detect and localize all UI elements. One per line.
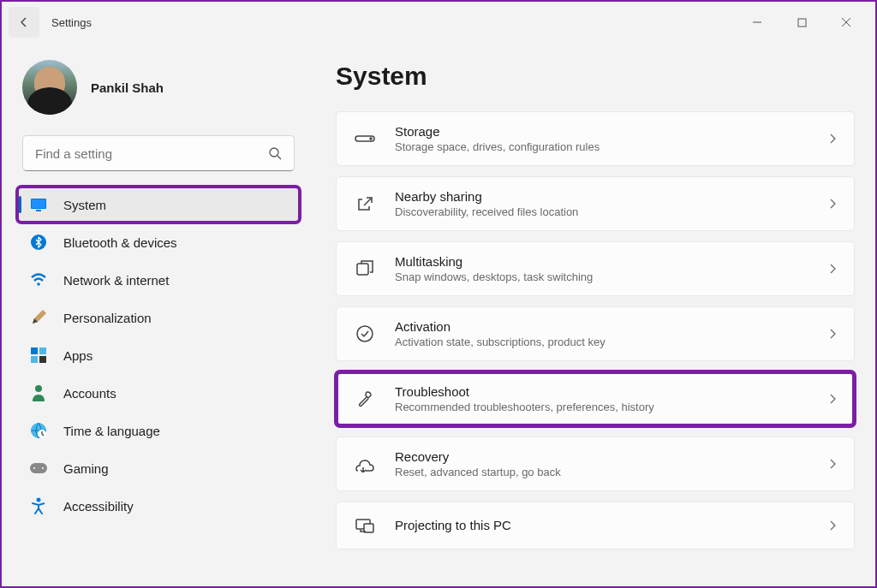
svg-rect-8 [39, 347, 46, 354]
svg-rect-7 [31, 347, 38, 354]
sidebar-item-label: Gaming [63, 461, 109, 476]
card-title: Storage [395, 124, 809, 139]
minimize-button[interactable] [745, 10, 769, 34]
search-field[interactable] [35, 146, 268, 161]
page-title: System [336, 62, 855, 91]
sidebar-item-personalization[interactable]: Personalization [17, 300, 300, 336]
svg-rect-10 [39, 356, 46, 363]
card-subtitle: Snap windows, desktops, task switching [395, 270, 809, 283]
window-controls [745, 10, 868, 34]
chevron-right-icon [828, 392, 837, 406]
settings-list: StorageStorage space, drives, configurat… [336, 111, 855, 549]
card-title: Troubleshoot [395, 384, 809, 399]
svg-rect-9 [31, 356, 38, 363]
person-icon [29, 383, 48, 402]
sidebar-item-gaming[interactable]: Gaming [17, 450, 300, 486]
settings-card-nearby[interactable]: Nearby sharingDiscoverability, received … [336, 176, 855, 231]
sidebar-item-bluetooth[interactable]: Bluetooth & devices [17, 224, 300, 260]
brush-icon [29, 308, 48, 327]
chevron-right-icon [828, 132, 837, 146]
search-input[interactable] [22, 135, 295, 171]
maximize-button[interactable] [790, 10, 814, 34]
main-panel: System StorageStorage space, drives, con… [310, 43, 875, 586]
svg-point-17 [37, 498, 41, 502]
card-subtitle: Storage space, drives, configuration rul… [395, 140, 809, 153]
chevron-right-icon [828, 197, 837, 211]
sidebar-item-label: Accounts [63, 386, 116, 401]
settings-card-storage[interactable]: StorageStorage space, drives, configurat… [336, 111, 855, 166]
svg-rect-3 [32, 199, 45, 208]
svg-point-1 [270, 148, 278, 157]
chevron-right-icon [828, 457, 837, 471]
check-icon [354, 323, 376, 345]
chevron-right-icon [828, 327, 837, 341]
chevron-right-icon [828, 262, 837, 276]
svg-point-11 [35, 385, 42, 392]
card-subtitle: Recommended troubleshooters, preferences… [395, 401, 809, 413]
card-subtitle: Activation state, subscriptions, product… [395, 336, 809, 348]
settings-card-troubleshoot[interactable]: TroubleshootRecommended troubleshooters,… [336, 371, 855, 426]
avatar [22, 60, 77, 115]
user-name: Pankil Shah [91, 80, 164, 95]
svg-point-16 [42, 467, 44, 469]
sidebar-item-time[interactable]: Time & language [17, 413, 300, 448]
sidebar-item-label: Time & language [63, 424, 160, 438]
title-bar: Settings [2, 2, 875, 43]
sidebar: Pankil Shah SystemBluetooth & devicesNet… [2, 43, 310, 586]
project-icon [354, 514, 376, 537]
sidebar-item-label: Accessibility [63, 499, 134, 514]
user-profile[interactable]: Pankil Shah [17, 60, 300, 115]
svg-rect-0 [798, 19, 806, 27]
card-title: Multitasking [395, 254, 809, 269]
card-title: Recovery [395, 449, 809, 464]
settings-card-project[interactable]: Projecting to this PC [336, 502, 855, 549]
storage-icon [354, 128, 376, 150]
wrench-icon [354, 388, 376, 410]
display-icon [29, 195, 48, 214]
svg-point-6 [37, 282, 40, 286]
sidebar-item-system[interactable]: System [17, 187, 300, 223]
sidebar-item-label: System [63, 198, 106, 212]
multitask-icon [354, 258, 376, 280]
card-title: Projecting to this PC [395, 518, 809, 532]
sidebar-item-label: Apps [63, 348, 92, 363]
sidebar-item-apps[interactable]: Apps [17, 337, 300, 373]
bluetooth-icon [29, 233, 48, 252]
globe-icon [29, 421, 48, 440]
settings-card-activation[interactable]: ActivationActivation state, subscription… [336, 306, 855, 361]
svg-rect-20 [357, 264, 368, 275]
sidebar-item-accounts[interactable]: Accounts [17, 375, 300, 411]
svg-point-21 [357, 326, 373, 342]
sidebar-item-label: Network & internet [63, 273, 169, 288]
svg-rect-4 [36, 210, 41, 211]
close-button[interactable] [834, 10, 858, 34]
apps-icon [29, 346, 48, 365]
card-subtitle: Discoverability, received files location [395, 205, 809, 218]
card-title: Activation [395, 319, 809, 334]
chevron-right-icon [828, 519, 837, 532]
sidebar-item-network[interactable]: Network & internet [17, 262, 300, 298]
gamepad-icon [29, 459, 48, 478]
arrow-left-icon [17, 15, 31, 29]
card-title: Nearby sharing [395, 189, 809, 204]
svg-point-19 [370, 138, 372, 140]
recovery-icon [354, 453, 376, 475]
sidebar-item-accessibility[interactable]: Accessibility [17, 488, 300, 524]
share-icon [354, 193, 376, 215]
sidebar-nav: SystemBluetooth & devicesNetwork & inter… [17, 187, 300, 524]
accessibility-icon [29, 496, 48, 515]
back-button[interactable] [9, 7, 39, 38]
wifi-icon [29, 270, 48, 289]
settings-card-recovery[interactable]: RecoveryReset, advanced startup, go back [336, 437, 855, 491]
settings-card-multitask[interactable]: MultitaskingSnap windows, desktops, task… [336, 241, 855, 296]
svg-rect-14 [30, 463, 47, 473]
sidebar-item-label: Personalization [63, 311, 152, 325]
app-title: Settings [51, 16, 92, 29]
card-subtitle: Reset, advanced startup, go back [395, 466, 809, 478]
svg-point-15 [33, 467, 35, 469]
search-icon [268, 146, 282, 160]
sidebar-item-label: Bluetooth & devices [63, 235, 177, 250]
